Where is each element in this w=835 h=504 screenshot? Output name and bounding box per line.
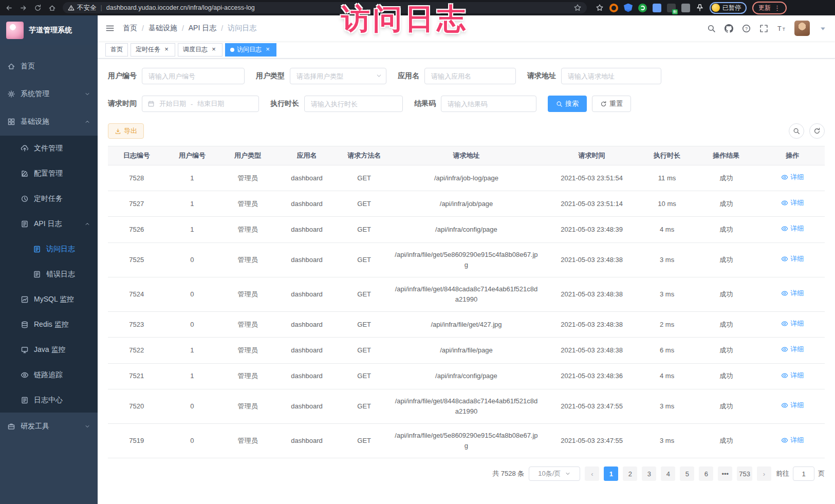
refresh-table-button[interactable] — [809, 123, 825, 139]
search-button[interactable]: 搜索 — [548, 96, 587, 112]
page-button-1[interactable]: 1 — [604, 466, 618, 481]
breadcrumb-item[interactable]: API 日志 — [189, 24, 216, 33]
sidebar-item-MySQL 监控[interactable]: MySQL 监控 — [0, 287, 98, 312]
detail-link[interactable]: 详细 — [781, 319, 804, 329]
breadcrumb-item[interactable]: 基础设施 — [149, 24, 177, 33]
tab-定时任务[interactable]: 定时任务 × — [131, 43, 175, 57]
reset-button[interactable]: 重置 — [592, 96, 631, 112]
chevron-down-icon — [565, 471, 571, 477]
browser-menu-icon[interactable]: ⋮ — [774, 4, 781, 12]
page-button-•••[interactable]: ••• — [718, 466, 732, 481]
extension-star-icon[interactable] — [596, 4, 604, 12]
page-button-753[interactable]: 753 — [737, 466, 752, 481]
github-icon[interactable] — [725, 24, 733, 33]
caret-down-icon[interactable] — [819, 24, 827, 33]
page-button-3[interactable]: 3 — [642, 466, 656, 481]
extension-orange-icon[interactable] — [609, 4, 618, 12]
extension-puzzle-icon[interactable] — [653, 4, 661, 12]
sidebar-item-日志中心[interactable]: 日志中心 — [0, 387, 98, 413]
browser-reload-icon[interactable] — [34, 4, 42, 12]
date-start-placeholder: 开始日期 — [159, 99, 186, 108]
filter-row-2: 请求时间 开始日期 - 结束日期 执行时长 结果码 搜索 — [108, 96, 825, 112]
profile-avatar — [712, 4, 720, 12]
top-navbar: 首页/基础设施/API 日志/访问日志 ?TT — [98, 15, 835, 41]
browser-profile-badge[interactable]: 已暂停 — [710, 2, 747, 14]
search-icon[interactable] — [707, 24, 716, 33]
table-header-row: 日志编号用户编号用户类型应用名请求方法名请求地址请求时间执行时长操作结果操作 — [108, 146, 825, 165]
close-icon[interactable]: × — [264, 46, 271, 53]
sidebar-item-研发工具[interactable]: 研发工具 — [0, 413, 98, 440]
date-range-picker[interactable]: 开始日期 - 结束日期 — [142, 96, 259, 112]
page-button-4[interactable]: 4 — [661, 466, 675, 481]
export-button[interactable]: 导出 — [108, 123, 144, 139]
user-avatar[interactable] — [794, 21, 810, 36]
page-size-select[interactable]: 10条/页 — [529, 466, 580, 481]
sidebar-item-基础设施[interactable]: 基础设施 — [0, 108, 98, 136]
detail-link[interactable]: 详细 — [781, 198, 804, 208]
column-header: 执行时长 — [642, 146, 692, 165]
sidebar-item-Redis 监控[interactable]: Redis 监控 — [0, 312, 98, 337]
detail-link[interactable]: 详细 — [781, 435, 804, 445]
detail-link[interactable]: 详细 — [781, 400, 804, 410]
extension-shield-icon[interactable] — [624, 4, 633, 12]
sidebar-item-文件管理[interactable]: 文件管理 — [0, 136, 98, 161]
eye-icon — [781, 199, 788, 207]
用户编号-input[interactable] — [142, 68, 245, 84]
sidebar-item-配置管理[interactable]: 配置管理 — [0, 161, 98, 186]
hamburger-icon[interactable] — [105, 24, 115, 33]
logo[interactable]: 芋道管理系统 — [0, 15, 98, 45]
detail-link[interactable]: 详细 — [781, 172, 804, 182]
browser-update-button[interactable]: 更新 ⋮ — [752, 2, 787, 14]
address-bar[interactable]: 不安全 | dashboard.yudao.iocoder.cn/infra/l… — [63, 2, 587, 13]
sidebar-item-定时任务[interactable]: 定时任务 — [0, 186, 98, 211]
filter-request-time: 请求时间 开始日期 - 结束日期 — [108, 96, 259, 112]
next-page-button[interactable]: › — [757, 466, 771, 481]
tab-访问日志[interactable]: 访问日志 × — [225, 43, 276, 57]
tab-调度日志[interactable]: 调度日志 × — [178, 43, 222, 57]
detail-link[interactable]: 详细 — [781, 370, 804, 381]
sidebar-item-API 日志[interactable]: API 日志 — [0, 211, 98, 236]
search-icon — [793, 127, 800, 135]
fullscreen-icon[interactable] — [759, 24, 768, 33]
page-button-5[interactable]: 5 — [680, 466, 694, 481]
detail-link[interactable]: 详细 — [781, 223, 804, 234]
help-icon[interactable]: ? — [742, 24, 751, 33]
extension-pin-icon[interactable] — [696, 4, 704, 12]
security-warning[interactable]: 不安全 — [68, 4, 97, 12]
执行时长-input[interactable] — [304, 96, 403, 112]
detail-link[interactable]: 详细 — [781, 344, 804, 354]
sidebar-item-错误日志[interactable]: 错误日志 — [0, 262, 98, 287]
tags-view: 首页 定时任务 × 调度日志 × 访问日志 × — [98, 41, 835, 59]
detail-link[interactable]: 详细 — [781, 254, 804, 264]
breadcrumb-item[interactable]: 首页 — [123, 24, 137, 33]
prev-page-button[interactable]: ‹ — [585, 466, 599, 481]
close-icon[interactable]: × — [163, 46, 170, 53]
detail-link[interactable]: 详细 — [781, 288, 804, 298]
page-button-2[interactable]: 2 — [623, 466, 637, 481]
show-search-button[interactable] — [789, 123, 804, 139]
log-icon — [33, 270, 41, 278]
用户类型-select[interactable] — [290, 68, 386, 84]
font-size-icon[interactable]: TT — [777, 24, 786, 33]
应用名-input[interactable] — [424, 68, 516, 84]
page-button-6[interactable]: 6 — [699, 466, 713, 481]
bookmark-star-icon[interactable] — [573, 4, 582, 12]
sidebar-item-链路追踪[interactable]: 链路追踪 — [0, 362, 98, 387]
close-icon[interactable]: × — [210, 46, 217, 53]
browser-home-icon[interactable] — [48, 4, 56, 12]
sidebar-item-Java 监控[interactable]: Java 监控 — [0, 337, 98, 362]
table-row: 75190管理员dashboardGET/api/infra/file/get/… — [108, 424, 825, 458]
tab-首页[interactable]: 首页 — [105, 43, 128, 57]
goto-page-input[interactable] — [793, 466, 814, 481]
extension-gray-icon[interactable] — [681, 4, 690, 12]
请求地址-input[interactable] — [561, 68, 661, 84]
结果码-input[interactable] — [441, 96, 536, 112]
extension-translate-icon[interactable]: 翻 — [667, 4, 676, 12]
sidebar-item-访问日志[interactable]: 访问日志 — [0, 236, 98, 262]
sidebar-item-系统管理[interactable]: 系统管理 — [0, 80, 98, 108]
column-header: 用户编号 — [165, 146, 219, 165]
browser-back-icon[interactable] — [5, 4, 13, 12]
extension-green-icon[interactable] — [638, 4, 647, 12]
sidebar-item-首页[interactable]: 首页 — [0, 52, 98, 80]
browser-forward-icon[interactable] — [20, 4, 27, 12]
